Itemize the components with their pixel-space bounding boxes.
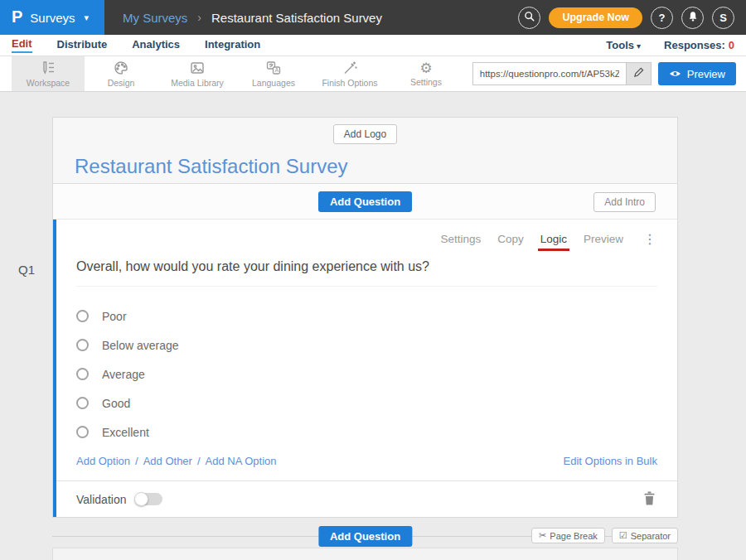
option-row: Poor bbox=[76, 302, 657, 331]
add-question-row: Add Question Add Intro bbox=[53, 184, 677, 220]
toggle-knob bbox=[134, 492, 148, 506]
option-label[interactable]: Excellent bbox=[102, 426, 149, 439]
preview-button[interactable]: Preview bbox=[658, 62, 736, 85]
help-icon: ? bbox=[659, 12, 666, 24]
radio-button[interactable] bbox=[76, 310, 89, 322]
questionpro-logo: P bbox=[12, 8, 22, 25]
tab-integration[interactable]: Integration bbox=[205, 38, 260, 52]
next-section-preview bbox=[52, 548, 678, 560]
toolbar-item-design[interactable]: Design bbox=[85, 56, 157, 91]
chevron-down-icon: ▾ bbox=[637, 41, 641, 51]
edit-options-in-bulk-link[interactable]: Edit Options in Bulk bbox=[564, 455, 657, 467]
gear-icon: ⚙ bbox=[419, 61, 432, 75]
workspace-icon bbox=[40, 60, 56, 76]
kebab-menu-icon[interactable]: ⋮ bbox=[643, 231, 657, 247]
radio-button[interactable] bbox=[76, 368, 89, 380]
add-question-button-top[interactable]: Add Question bbox=[318, 191, 412, 212]
toolbar-item-label: Settings bbox=[410, 77, 442, 87]
search-icon bbox=[524, 11, 535, 25]
toolbar-item-label: Workspace bbox=[27, 78, 70, 88]
answer-options: Poor Below average Average Good bbox=[76, 302, 657, 447]
option-label[interactable]: Below average bbox=[102, 339, 179, 352]
add-question-footer-row: Add Question ✂ Page Break ☑ Separator bbox=[52, 526, 678, 548]
delete-question-button[interactable] bbox=[643, 491, 656, 508]
tab-edit[interactable]: Edit bbox=[12, 37, 32, 53]
toolbar-item-finish-options[interactable]: Finish Options bbox=[310, 56, 390, 91]
svg-text:A: A bbox=[275, 67, 279, 73]
bell-icon bbox=[687, 11, 699, 25]
breadcrumb-separator-icon: › bbox=[197, 11, 201, 24]
question-logic-link[interactable]: Logic bbox=[540, 233, 567, 245]
question-copy-link[interactable]: Copy bbox=[497, 233, 524, 245]
search-button[interactable] bbox=[518, 7, 540, 29]
add-logo-button[interactable]: Add Logo bbox=[333, 124, 397, 144]
add-intro-button[interactable]: Add Intro bbox=[593, 192, 656, 212]
option-row: Average bbox=[76, 360, 657, 389]
responses-link[interactable]: Responses:0 bbox=[664, 39, 734, 51]
section-gap bbox=[52, 518, 678, 526]
slash-separator: / bbox=[135, 455, 138, 467]
finish-options-wand-icon bbox=[342, 60, 358, 76]
radio-button[interactable] bbox=[76, 339, 89, 351]
add-question-button-bottom[interactable]: Add Question bbox=[318, 526, 412, 547]
page-break-button[interactable]: ✂ Page Break bbox=[531, 528, 605, 543]
add-option-link[interactable]: Add Option bbox=[76, 455, 130, 467]
product-switcher[interactable]: P Surveys ▾ bbox=[0, 0, 104, 35]
add-na-option-link[interactable]: Add NA Option bbox=[206, 455, 277, 467]
toolbar-item-media-library[interactable]: Media Library bbox=[157, 56, 237, 91]
question-preview-link[interactable]: Preview bbox=[584, 233, 623, 245]
logic-highlight-annotation bbox=[538, 249, 569, 251]
product-menu-label: Surveys bbox=[30, 11, 75, 25]
option-row: Excellent bbox=[76, 418, 657, 447]
option-label[interactable]: Good bbox=[102, 397, 130, 410]
checkbox-icon: ☑ bbox=[619, 530, 627, 541]
option-label[interactable]: Average bbox=[102, 368, 145, 381]
survey-header-section: Add Logo Restaurant Satisfaction Survey bbox=[53, 118, 677, 184]
slash-separator: / bbox=[197, 455, 201, 467]
question-text[interactable]: Overall, how would you rate your dining … bbox=[76, 259, 657, 287]
toolbar-item-settings[interactable]: ⚙ Settings bbox=[390, 56, 463, 91]
option-row: Below average bbox=[76, 331, 657, 360]
chevron-down-icon: ▾ bbox=[85, 12, 90, 23]
editor-toolbar: Workspace Design Media Library A Languag… bbox=[0, 56, 746, 92]
design-palette-icon bbox=[113, 60, 129, 76]
header-actions: Upgrade Now ? S bbox=[518, 7, 734, 29]
avatar[interactable]: S bbox=[712, 7, 734, 29]
breadcrumb: My Surveys › Restaurant Satisfaction Sur… bbox=[123, 11, 382, 25]
radio-button[interactable] bbox=[76, 426, 89, 438]
option-label[interactable]: Poor bbox=[102, 310, 127, 323]
toolbar-item-label: Finish Options bbox=[322, 78, 377, 88]
responses-count: 0 bbox=[729, 39, 734, 51]
add-other-link[interactable]: Add Other bbox=[143, 455, 192, 467]
upgrade-button[interactable]: Upgrade Now bbox=[549, 7, 642, 28]
survey-workspace: Q1 Add Logo Restaurant Satisfaction Surv… bbox=[0, 92, 746, 560]
media-library-icon bbox=[189, 60, 206, 76]
breadcrumb-current-survey: Restaurant Satisfaction Survey bbox=[211, 11, 382, 25]
validation-label: Validation bbox=[76, 493, 126, 506]
option-row: Good bbox=[76, 389, 657, 418]
survey-nav: Edit Distribute Analytics Integration To… bbox=[0, 35, 746, 56]
pencil-icon bbox=[633, 67, 644, 80]
toolbar-item-label: Media Library bbox=[171, 78, 224, 88]
survey-url-input[interactable] bbox=[472, 62, 627, 85]
separator-button[interactable]: ☑ Separator bbox=[612, 528, 678, 543]
tab-analytics[interactable]: Analytics bbox=[132, 38, 180, 52]
footer-right-buttons: ✂ Page Break ☑ Separator bbox=[531, 528, 678, 543]
validation-toggle[interactable] bbox=[136, 493, 162, 505]
breadcrumb-my-surveys[interactable]: My Surveys bbox=[123, 11, 187, 25]
survey-url-box bbox=[472, 62, 652, 85]
toolbar-item-languages[interactable]: A Languages bbox=[237, 56, 310, 91]
tools-menu[interactable]: Tools▾ bbox=[606, 39, 641, 51]
question-settings-link[interactable]: Settings bbox=[440, 233, 481, 245]
tab-distribute[interactable]: Distribute bbox=[57, 38, 108, 52]
help-button[interactable]: ? bbox=[651, 7, 673, 29]
scissors-icon: ✂ bbox=[539, 530, 546, 541]
notifications-button[interactable] bbox=[681, 7, 704, 29]
radio-button[interactable] bbox=[76, 397, 89, 409]
survey-title[interactable]: Restaurant Satisfaction Survey bbox=[75, 155, 677, 178]
toolbar-item-workspace[interactable]: Workspace bbox=[12, 56, 85, 91]
top-header: P Surveys ▾ My Surveys › Restaurant Sati… bbox=[0, 0, 746, 35]
survey-card: Add Logo Restaurant Satisfaction Survey … bbox=[52, 117, 678, 518]
edit-url-button[interactable] bbox=[627, 62, 652, 85]
question-number: Q1 bbox=[18, 263, 35, 277]
